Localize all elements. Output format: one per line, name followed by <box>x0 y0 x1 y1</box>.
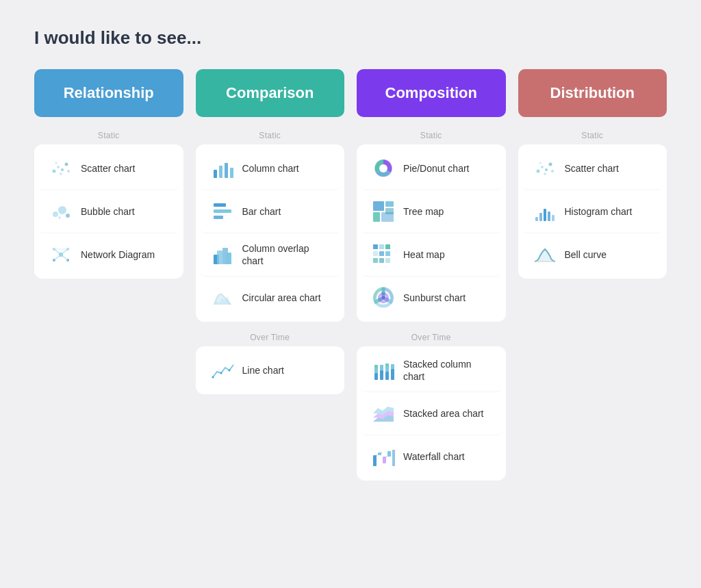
chart-card-bar[interactable]: Bar chart <box>200 190 341 233</box>
column-composition: CompositionStatic Pie/Donut chart Tree m… <box>357 69 506 485</box>
chart-card-line[interactable]: Line chart <box>200 349 341 392</box>
svg-line-18 <box>54 255 61 260</box>
svg-point-9 <box>66 214 70 218</box>
svg-rect-22 <box>219 166 222 178</box>
scatter-icon <box>48 155 74 181</box>
chart-label-stackedcol: Stacked column chart <box>403 358 492 383</box>
svg-rect-23 <box>225 163 228 178</box>
chart-card-scatter[interactable]: Scatter chart <box>38 147 179 190</box>
chart-label-sunburst: Sunburst chart <box>403 292 466 304</box>
bubble-icon <box>48 199 74 225</box>
chart-label-heatmap: Heat map <box>403 248 445 261</box>
chart-group-relationship: Scatter chart Bubble chart Network Diagr… <box>34 144 183 279</box>
stackedarea-icon <box>370 400 396 426</box>
category-header-distribution[interactable]: Distribution <box>518 69 667 117</box>
svg-rect-69 <box>392 450 395 466</box>
chart-card-network[interactable]: Network Diagram <box>38 233 179 276</box>
svg-rect-45 <box>385 244 390 249</box>
category-columns: RelationshipStatic Scatter chart Bubble … <box>34 69 667 485</box>
chart-card-pie[interactable]: Pie/Donut chart <box>361 147 502 190</box>
chart-card-histogram[interactable]: Histogram chart <box>522 190 663 233</box>
chart-label-circular: Circular area chart <box>242 292 321 304</box>
svg-rect-68 <box>387 451 391 457</box>
svg-rect-55 <box>374 373 378 380</box>
network-icon <box>48 242 74 268</box>
category-header-composition[interactable]: Composition <box>357 69 506 117</box>
svg-rect-63 <box>391 369 394 380</box>
column-distribution: DistributionStatic Scatter chart Histogr… <box>518 69 667 283</box>
chart-label-line: Line chart <box>242 364 284 376</box>
category-header-comparison[interactable]: Comparison <box>196 69 345 117</box>
svg-rect-43 <box>373 244 378 249</box>
section-label-comparison-over-time: Over Time <box>196 333 345 342</box>
sunburst-icon <box>370 285 396 311</box>
chart-card-sunburst[interactable]: Sunburst chart <box>361 277 502 319</box>
section-label-comparison-static: Static <box>196 131 345 140</box>
svg-line-19 <box>61 255 68 260</box>
chart-group-comparison: Column chart Bar chart Column overlap ch… <box>196 144 345 322</box>
svg-rect-56 <box>374 368 378 373</box>
svg-point-4 <box>60 172 62 175</box>
svg-rect-50 <box>379 258 384 263</box>
svg-rect-27 <box>214 216 223 219</box>
bar-icon <box>209 199 235 225</box>
svg-point-34 <box>220 372 222 374</box>
waterfall-icon <box>370 444 396 470</box>
svg-rect-44 <box>379 244 384 249</box>
svg-point-6 <box>67 170 70 172</box>
chart-card-bubble[interactable]: Bubble chart <box>38 190 179 233</box>
svg-point-10 <box>58 216 61 219</box>
page-title: I would like to see... <box>34 27 667 49</box>
circular-icon <box>209 285 235 311</box>
chart-label-coloverlap: Column overlap chart <box>242 242 331 267</box>
svg-point-37 <box>379 164 387 172</box>
stackedcol-icon <box>370 357 396 383</box>
svg-point-7 <box>53 212 58 217</box>
chart-group-composition: Pie/Donut chart Tree map Heat map Sunbur… <box>357 144 506 322</box>
chart-label-pie: Pie/Donut chart <box>403 162 470 175</box>
svg-rect-80 <box>535 217 538 221</box>
svg-rect-42 <box>381 212 394 222</box>
column-comparison: ComparisonStatic Column chart Bar chart … <box>196 69 345 398</box>
svg-rect-61 <box>385 366 389 372</box>
svg-rect-58 <box>380 370 383 380</box>
svg-rect-49 <box>373 258 378 263</box>
chart-card-stackedarea[interactable]: Stacked area chart <box>361 392 502 435</box>
chart-card-waterfall[interactable]: Waterfall chart <box>361 435 502 478</box>
svg-line-17 <box>61 249 68 255</box>
chart-label-treemap: Tree map <box>403 205 444 218</box>
chart-card-bellcurve[interactable]: Bell curve <box>522 233 663 276</box>
svg-point-8 <box>58 206 66 214</box>
svg-point-76 <box>548 163 552 166</box>
svg-point-54 <box>381 296 385 300</box>
chart-card-circular[interactable]: Circular area chart <box>200 277 341 319</box>
chart-card-scatter2[interactable]: Scatter chart <box>522 147 663 190</box>
svg-point-5 <box>55 162 58 164</box>
svg-point-75 <box>545 168 548 171</box>
chart-card-coloverlap[interactable]: Column overlap chart <box>200 233 341 277</box>
chart-label-scatter2: Scatter chart <box>565 162 619 175</box>
chart-card-treemap[interactable]: Tree map <box>361 190 502 233</box>
category-header-relationship[interactable]: Relationship <box>34 69 183 117</box>
chart-label-bar: Bar chart <box>242 205 281 218</box>
svg-rect-83 <box>548 212 550 221</box>
chart-label-bellcurve: Bell curve <box>565 248 607 261</box>
svg-point-33 <box>212 376 214 379</box>
chart-card-stackedcol[interactable]: Stacked column chart <box>361 349 502 392</box>
svg-point-78 <box>539 162 541 164</box>
svg-rect-48 <box>385 251 390 256</box>
chart-group-composition: Stacked column chart Stacked area chart … <box>357 346 506 481</box>
chart-card-column[interactable]: Column chart <box>200 147 341 190</box>
svg-rect-59 <box>380 365 383 370</box>
chart-group-distribution: Scatter chart Histogram chart Bell curve <box>518 144 667 279</box>
svg-rect-38 <box>373 201 384 211</box>
histogram-icon <box>532 199 558 225</box>
column-relationship: RelationshipStatic Scatter chart Bubble … <box>34 69 183 283</box>
heatmap-icon <box>370 242 396 268</box>
svg-rect-25 <box>214 203 226 207</box>
svg-rect-24 <box>230 168 233 178</box>
chart-card-heatmap[interactable]: Heat map <box>361 233 502 277</box>
column-icon <box>209 155 235 181</box>
svg-point-73 <box>536 170 539 173</box>
svg-rect-65 <box>373 455 377 466</box>
